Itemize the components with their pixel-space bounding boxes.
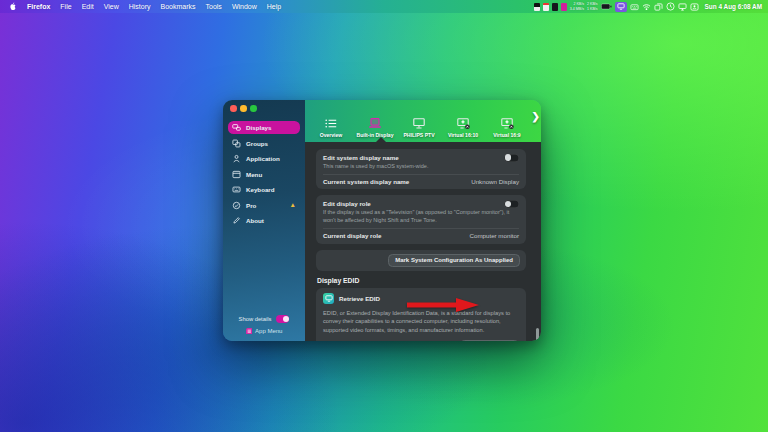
pro-warning-icon: ▲ — [290, 202, 296, 209]
retrieve-edid-title: Retrieve EDID — [339, 295, 380, 302]
wifi-icon[interactable] — [642, 3, 651, 11]
betterdisplay-menu-icon[interactable] — [615, 2, 627, 12]
gpu-meter-icon[interactable] — [561, 3, 567, 11]
sidebar-item-label: Groups — [246, 140, 268, 147]
pro-icon — [232, 201, 241, 210]
tab-label: Virtual 16:10 — [448, 132, 478, 138]
disk-meter-icon[interactable] — [552, 3, 558, 11]
menu-bookmarks[interactable]: Bookmarks — [156, 3, 201, 10]
net1-down: 3.4 MB/s — [570, 7, 584, 11]
zoom-button[interactable] — [250, 105, 257, 112]
tab-overview[interactable]: Overview — [309, 117, 353, 138]
menu-clock[interactable]: Sun 4 Aug 6:08 AM — [702, 3, 762, 10]
current-system-name-value: Unknown Display — [471, 178, 519, 185]
user-switch-icon[interactable] — [690, 3, 699, 11]
edit-system-name-label: Edit system display name — [323, 154, 399, 161]
menu-app-name[interactable]: Firefox — [22, 3, 55, 10]
tab-built-in-display[interactable]: Built-in Display — [353, 117, 397, 138]
display-tab-strip: Overview Built-in Display PHILIPS PTV Vi… — [305, 100, 541, 142]
sidebar-item-label: Application — [246, 155, 280, 162]
divider — [323, 174, 519, 175]
tab-philips-ptv[interactable]: PHILIPS PTV — [397, 117, 441, 138]
app-menu-icon — [246, 328, 253, 335]
sidebar: Displays Groups Application Menu Keyboar… — [223, 100, 305, 341]
desktop: Firefox File Edit View History Bookmarks… — [0, 0, 768, 432]
scrollbar-thumb[interactable] — [536, 328, 539, 341]
current-display-role-label: Current display role — [323, 232, 381, 239]
edit-display-role-toggle[interactable] — [504, 200, 519, 208]
virtual-display-icon — [455, 117, 471, 130]
main-panel: Overview Built-in Display PHILIPS PTV Vi… — [305, 100, 541, 341]
edit-display-role-label: Edit display role — [323, 200, 371, 207]
display-edid-header: Display EDID — [317, 277, 525, 284]
tab-virtual-16-10[interactable]: Virtual 16:10 — [441, 117, 485, 138]
battery-icon[interactable] — [601, 3, 612, 10]
clock-icon[interactable] — [666, 2, 675, 11]
show-details-row: Show details — [227, 315, 301, 323]
layers-icon[interactable] — [654, 3, 663, 11]
menu-edit[interactable]: Edit — [77, 3, 99, 10]
network-speed-1[interactable]: 2 KB/s 3.4 MB/s — [570, 2, 584, 11]
mark-config-unapplied-button[interactable]: Mark System Configuration As Unapplied — [388, 254, 520, 268]
virtual-display-icon — [499, 117, 515, 130]
tab-strip-scroll-chevron[interactable]: ❯ — [532, 111, 540, 122]
apple-menu-icon[interactable] — [6, 2, 22, 11]
traffic-lights — [230, 105, 257, 112]
app-menu-label: App Menu — [255, 328, 282, 334]
sidebar-item-label: About — [246, 217, 264, 224]
sidebar-item-pro[interactable]: Pro ▲ — [228, 199, 300, 212]
sidebar-nav: Displays Groups Application Menu Keyboar… — [223, 116, 305, 227]
edit-system-name-toggle[interactable] — [504, 154, 519, 162]
sidebar-item-displays[interactable]: Displays — [228, 121, 300, 134]
sidebar-item-label: Pro — [246, 202, 256, 209]
sidebar-item-application[interactable]: Application — [228, 152, 300, 165]
sidebar-item-label: Displays — [246, 124, 271, 131]
groups-icon — [232, 139, 241, 148]
keyboard-icon[interactable] — [630, 3, 639, 11]
memory-meter-icon[interactable] — [543, 3, 549, 11]
sidebar-item-keyboard[interactable]: Keyboard — [228, 183, 300, 196]
tab-virtual-16-9[interactable]: Virtual 16:9 — [485, 117, 529, 138]
current-system-name-label: Current system display name — [323, 178, 409, 185]
sidebar-item-about[interactable]: About — [228, 214, 300, 227]
overview-icon — [323, 117, 339, 130]
monitor-icon — [411, 117, 427, 130]
sidebar-item-label: Menu — [246, 171, 262, 178]
about-icon — [232, 216, 241, 225]
network-speed-2[interactable]: 2 KB/s 1 KB/s — [587, 2, 598, 11]
retrieve-edid-button[interactable]: Retrieve EDID... — [460, 340, 519, 341]
menu-status-area: 2 KB/s 3.4 MB/s 2 KB/s 1 KB/s — [534, 2, 762, 12]
toggle-knob — [283, 316, 289, 322]
annotation-arrow — [405, 297, 481, 313]
toggle-knob — [505, 154, 512, 161]
menu-tools[interactable]: Tools — [201, 3, 227, 10]
laptop-icon-selected — [367, 117, 383, 130]
sidebar-item-groups[interactable]: Groups — [228, 137, 300, 150]
sidebar-footer: Show details App Menu — [223, 315, 305, 341]
menu-history[interactable]: History — [124, 3, 156, 10]
divider — [323, 228, 519, 229]
configuration-card: Mark System Configuration As Unapplied — [316, 250, 526, 272]
menu-file[interactable]: File — [55, 3, 76, 10]
menu-settings-icon — [232, 170, 241, 179]
minimize-button[interactable] — [240, 105, 247, 112]
current-display-role-value: Computer monitor — [469, 232, 519, 239]
sidebar-item-label: Keyboard — [246, 186, 275, 193]
menu-window[interactable]: Window — [227, 3, 262, 10]
displays-icon — [232, 123, 241, 132]
net2-down: 1 KB/s — [587, 7, 598, 11]
menu-help[interactable]: Help — [262, 3, 286, 10]
show-details-toggle[interactable] — [276, 315, 289, 323]
system-display-name-card: Edit system display name This name is us… — [316, 149, 526, 189]
display-role-card: Edit display role If the display is used… — [316, 195, 526, 243]
tab-label: PHILIPS PTV — [403, 132, 434, 138]
edid-icon — [323, 293, 334, 304]
tab-label: Overview — [320, 132, 343, 138]
sidebar-item-menu[interactable]: Menu — [228, 168, 300, 181]
app-menu-button[interactable]: App Menu — [227, 328, 301, 335]
menu-view[interactable]: View — [99, 3, 124, 10]
menu-bar: Firefox File Edit View History Bookmarks… — [0, 0, 768, 13]
cpu-meter-icon[interactable] — [534, 3, 540, 11]
close-button[interactable] — [230, 105, 237, 112]
display-icon[interactable] — [678, 3, 687, 11]
